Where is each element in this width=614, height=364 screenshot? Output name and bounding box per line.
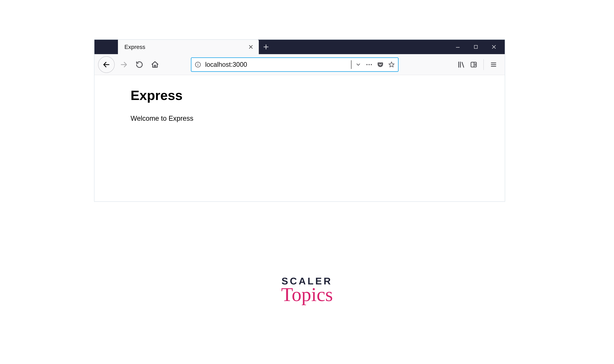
toolbar-divider: [483, 59, 484, 70]
page-welcome-text: Welcome to Express: [131, 115, 505, 122]
url-input[interactable]: [205, 61, 350, 68]
svg-rect-5: [474, 45, 477, 48]
forward-button[interactable]: [117, 57, 131, 72]
text-cursor: [351, 60, 351, 69]
tab-title: Express: [124, 44, 244, 50]
new-tab-button[interactable]: [259, 40, 273, 54]
svg-point-14: [366, 64, 368, 65]
page-viewport: Express Welcome to Express: [94, 75, 505, 201]
maximize-button[interactable]: [467, 40, 485, 54]
menu-icon[interactable]: [488, 59, 499, 70]
dropdown-icon[interactable]: [355, 62, 361, 67]
svg-line-20: [462, 62, 464, 67]
svg-rect-10: [154, 65, 156, 67]
sidebar-icon[interactable]: [468, 59, 479, 70]
reload-button[interactable]: [132, 57, 147, 72]
back-button[interactable]: [98, 56, 115, 73]
url-bar[interactable]: [191, 57, 399, 72]
page-heading: Express: [131, 88, 505, 103]
browser-tab[interactable]: Express: [118, 40, 259, 54]
watermark: SCALER Topics: [281, 276, 333, 304]
pocket-icon[interactable]: [377, 61, 384, 68]
watermark-line2: Topics: [281, 285, 333, 304]
page-actions-icon[interactable]: [366, 64, 372, 65]
close-window-button[interactable]: [485, 40, 503, 54]
browser-window: Express: [94, 39, 505, 202]
tab-strip-leading: [94, 40, 118, 54]
info-icon[interactable]: [195, 61, 201, 68]
svg-point-13: [198, 63, 198, 64]
tab-strip: Express: [94, 40, 505, 54]
toolbar-right-actions: [456, 59, 501, 70]
svg-marker-17: [389, 62, 394, 67]
library-icon[interactable]: [456, 59, 467, 70]
svg-point-15: [369, 64, 370, 65]
home-button[interactable]: [147, 57, 162, 72]
bookmark-star-icon[interactable]: [388, 61, 395, 68]
close-tab-icon[interactable]: [247, 43, 254, 51]
toolbar: [94, 54, 505, 75]
minimize-button[interactable]: [449, 40, 467, 54]
stage: Express: [0, 0, 614, 364]
svg-point-16: [371, 64, 372, 65]
url-bar-actions: [355, 61, 395, 68]
window-controls: [449, 40, 505, 54]
